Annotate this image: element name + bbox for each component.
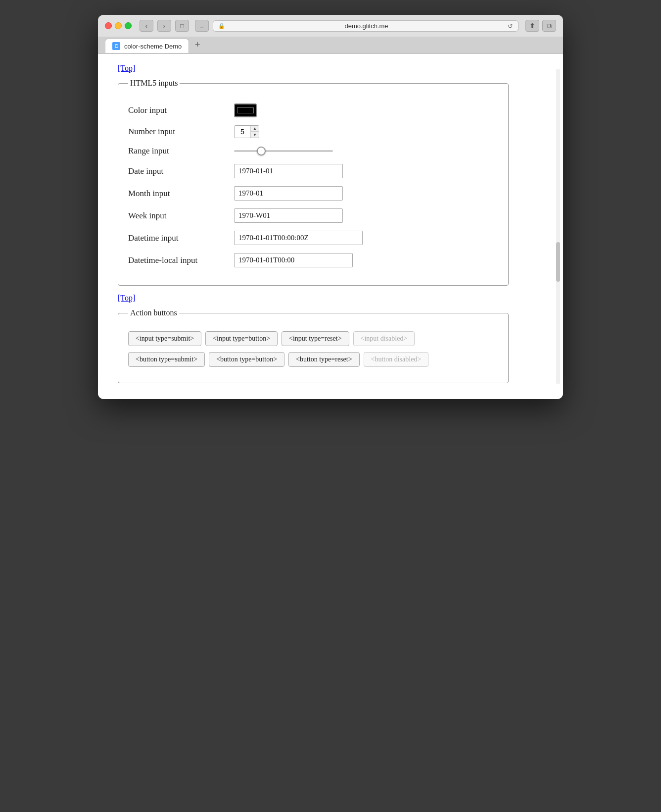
- color-input-row: Color input: [128, 103, 498, 117]
- button-button-button[interactable]: <button type=button>: [209, 352, 284, 367]
- close-window-button[interactable]: [105, 22, 112, 29]
- url-text: demo.glitch.me: [228, 22, 505, 30]
- color-input[interactable]: [234, 103, 257, 117]
- new-tab-button[interactable]: +: [192, 40, 203, 51]
- tab-title: color-scheme Demo: [124, 43, 182, 50]
- sidebar-icon: □: [180, 22, 184, 30]
- month-input[interactable]: [234, 186, 343, 201]
- input-reset-button[interactable]: <input type=reset>: [282, 331, 349, 346]
- range-input-label: Range input: [128, 146, 227, 156]
- month-input-label: Month input: [128, 189, 227, 199]
- input-disabled-button: <input disabled>: [353, 331, 415, 346]
- back-icon: ‹: [145, 22, 147, 30]
- week-input[interactable]: [234, 208, 343, 223]
- menu-button[interactable]: ≡: [195, 20, 209, 32]
- week-input-label: Week input: [128, 211, 227, 221]
- action-buttons-fieldset: Action buttons <input type=submit> <inpu…: [118, 308, 509, 383]
- date-input-label: Date input: [128, 166, 227, 176]
- scrollbar[interactable]: [556, 69, 560, 384]
- number-input[interactable]: [235, 126, 250, 137]
- scrollbar-thumb[interactable]: [556, 242, 560, 282]
- month-input-row: Month input: [128, 186, 498, 201]
- datetime-local-input[interactable]: [234, 253, 353, 267]
- browser-action-buttons: ⬆ ⧉: [525, 20, 556, 32]
- button-submit-button[interactable]: <button type=submit>: [128, 352, 205, 367]
- address-bar[interactable]: 🔒 demo.glitch.me ↺: [213, 20, 519, 32]
- forward-icon: ›: [163, 22, 165, 30]
- week-input-row: Week input: [128, 208, 498, 223]
- browser-chrome: ‹ › □ ≡ 🔒 demo.glitch.me ↺ ⬆: [98, 15, 563, 54]
- button-disabled-button: <button disabled>: [364, 352, 429, 367]
- traffic-lights: [105, 22, 132, 29]
- tab-favicon: C: [112, 42, 120, 50]
- menu-icon: ≡: [200, 22, 204, 30]
- share-icon: ⬆: [529, 22, 535, 30]
- datetime-input[interactable]: [234, 231, 363, 245]
- range-input[interactable]: [234, 150, 333, 152]
- datetime-input-label: Datetime input: [128, 233, 227, 243]
- new-window-icon: ⧉: [547, 22, 552, 30]
- back-button[interactable]: ‹: [140, 20, 153, 32]
- top-link-1[interactable]: [Top]: [118, 64, 135, 72]
- browser-toolbar: ‹ › □ ≡ 🔒 demo.glitch.me ↺ ⬆: [98, 15, 563, 37]
- tab-bar: C color-scheme Demo +: [98, 37, 563, 53]
- share-button[interactable]: ⬆: [525, 20, 539, 32]
- datetime-input-row: Datetime input: [128, 231, 498, 245]
- date-input-row: Date input: [128, 164, 498, 178]
- range-input-row: Range input: [128, 146, 498, 156]
- input-buttons-group: <input type=submit> <input type=button> …: [128, 331, 498, 346]
- number-increment-button[interactable]: ▲: [251, 126, 259, 132]
- number-input-row: Number input ▲ ▼: [128, 125, 498, 138]
- sidebar-button[interactable]: □: [175, 20, 189, 32]
- maximize-window-button[interactable]: [125, 22, 132, 29]
- datetime-local-input-label: Datetime-local input: [128, 255, 227, 265]
- html5-inputs-fieldset: HTML5 inputs Color input Number input ▲ …: [118, 79, 509, 286]
- minimize-window-button[interactable]: [115, 22, 122, 29]
- input-button-button[interactable]: <input type=button>: [205, 331, 278, 346]
- number-spinner: ▲ ▼: [250, 126, 259, 138]
- date-input[interactable]: [234, 164, 343, 178]
- reload-icon[interactable]: ↺: [508, 22, 513, 30]
- new-window-button[interactable]: ⧉: [542, 20, 556, 32]
- number-decrement-button[interactable]: ▼: [251, 132, 259, 138]
- number-input-label: Number input: [128, 127, 227, 137]
- forward-button[interactable]: ›: [157, 20, 171, 32]
- page-content: [Top] HTML5 inputs Color input Number in…: [98, 54, 563, 399]
- datetime-local-input-row: Datetime-local input: [128, 253, 498, 267]
- button-reset-button[interactable]: <button type=reset>: [288, 352, 360, 367]
- action-buttons-legend: Action buttons: [128, 308, 179, 317]
- lock-icon: 🔒: [218, 23, 225, 29]
- number-input-wrapper: ▲ ▼: [234, 125, 259, 138]
- input-submit-button[interactable]: <input type=submit>: [128, 331, 201, 346]
- html5-inputs-legend: HTML5 inputs: [128, 79, 180, 88]
- active-tab[interactable]: C color-scheme Demo: [105, 39, 189, 53]
- browser-window: ‹ › □ ≡ 🔒 demo.glitch.me ↺ ⬆: [98, 15, 563, 399]
- button-buttons-group: <button type=submit> <button type=button…: [128, 352, 498, 367]
- color-input-label: Color input: [128, 105, 227, 115]
- top-link-2[interactable]: [Top]: [118, 294, 135, 302]
